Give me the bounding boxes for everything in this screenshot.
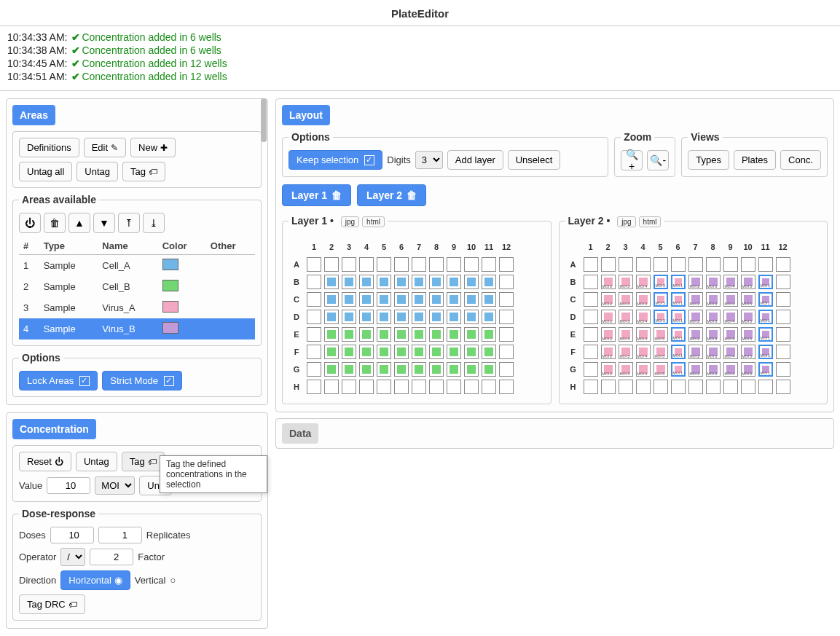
power-button[interactable]: ⏻	[19, 213, 41, 233]
definitions-button[interactable]: Definitions	[19, 138, 79, 157]
keep-selection-toggle[interactable]: Keep selection	[288, 150, 382, 170]
well[interactable]: MOI 4	[636, 275, 651, 289]
well[interactable]	[584, 380, 598, 394]
well[interactable]	[377, 275, 391, 289]
plate-2-grid[interactable]: 123456789101112ABMOI 2MOI 3MOI 4MOI 5MOI…	[565, 239, 822, 395]
well[interactable]	[324, 292, 339, 307]
well[interactable]	[412, 380, 426, 394]
well[interactable]: MOI 3	[706, 292, 721, 307]
well[interactable]	[706, 380, 721, 394]
tab-layer-1[interactable]: Layer 1🗑	[282, 184, 351, 206]
tab-layer-2[interactable]: Layer 2🗑	[357, 184, 426, 206]
plate-1-grid[interactable]: 123456789101112ABCDEFGH	[288, 239, 545, 395]
well[interactable]	[394, 310, 409, 324]
well[interactable]	[464, 380, 479, 394]
well[interactable]: MOI 2	[601, 362, 616, 377]
well[interactable]	[688, 380, 703, 394]
table-row[interactable]: 3SampleVirus_A	[19, 297, 255, 318]
well[interactable]: MOI 4	[723, 292, 738, 307]
well[interactable]	[342, 292, 356, 307]
well[interactable]	[482, 310, 496, 324]
well[interactable]	[377, 327, 391, 342]
well[interactable]	[584, 362, 598, 377]
well[interactable]	[499, 362, 514, 377]
well[interactable]	[359, 362, 374, 377]
well[interactable]	[482, 257, 496, 272]
well[interactable]	[706, 257, 721, 272]
well[interactable]	[447, 380, 461, 394]
well[interactable]: MOI 1	[758, 310, 773, 324]
well[interactable]: MOI 1	[671, 362, 686, 377]
well[interactable]	[447, 362, 461, 377]
well[interactable]: MOI 2	[601, 345, 616, 359]
well[interactable]: MOI 2	[601, 292, 616, 307]
well[interactable]	[342, 380, 356, 394]
well[interactable]	[394, 380, 409, 394]
well[interactable]	[359, 380, 374, 394]
well[interactable]: MOI 3	[619, 275, 633, 289]
well[interactable]: MOI 3	[706, 310, 721, 324]
plate-2-html-button[interactable]: html	[639, 216, 662, 227]
well[interactable]: MOI 1	[758, 292, 773, 307]
plate-1-html-button[interactable]: html	[362, 216, 385, 227]
well[interactable]: MOI 5	[741, 310, 755, 324]
well[interactable]: MOI 5	[653, 292, 668, 307]
well[interactable]	[499, 292, 514, 307]
well[interactable]: MOI 5	[741, 362, 755, 377]
well[interactable]	[584, 327, 598, 342]
well[interactable]	[776, 380, 790, 394]
well[interactable]: MOI 4	[723, 362, 738, 377]
well[interactable]	[412, 362, 426, 377]
untag-all-button[interactable]: Untag all	[19, 162, 72, 181]
data-header[interactable]: Data	[282, 423, 318, 444]
well[interactable]	[758, 380, 773, 394]
strict-mode-toggle[interactable]: Strict Mode	[102, 371, 182, 390]
new-button[interactable]: New✚	[130, 138, 176, 157]
well[interactable]	[482, 380, 496, 394]
well[interactable]	[394, 292, 409, 307]
well[interactable]	[342, 275, 356, 289]
well[interactable]	[584, 257, 598, 272]
well[interactable]	[447, 345, 461, 359]
well[interactable]	[499, 257, 514, 272]
well[interactable]	[447, 292, 461, 307]
well[interactable]	[429, 380, 444, 394]
well[interactable]	[342, 362, 356, 377]
unit-select[interactable]: MOI	[95, 476, 135, 495]
well[interactable]	[482, 275, 496, 289]
well[interactable]: MOI 3	[706, 275, 721, 289]
replicates-input[interactable]	[98, 527, 142, 543]
well[interactable]: MOI 2	[688, 345, 703, 359]
lock-areas-toggle[interactable]: Lock Areas	[19, 371, 98, 390]
well[interactable]	[499, 380, 514, 394]
unselect-button[interactable]: Unselect	[508, 150, 561, 170]
well[interactable]: MOI 4	[636, 345, 651, 359]
well[interactable]: MOI 5	[741, 327, 755, 342]
well[interactable]	[584, 275, 598, 289]
well[interactable]	[394, 362, 409, 377]
well[interactable]	[324, 310, 339, 324]
well[interactable]	[499, 327, 514, 342]
move-up-button[interactable]: ▲	[68, 213, 90, 233]
well[interactable]	[776, 275, 790, 289]
well[interactable]	[412, 310, 426, 324]
well[interactable]: MOI 5	[653, 275, 668, 289]
well[interactable]: MOI 4	[636, 310, 651, 324]
well[interactable]	[307, 380, 321, 394]
view-types-button[interactable]: Types	[688, 150, 729, 170]
well[interactable]: MOI 5	[741, 292, 755, 307]
plate-1-jpg-button[interactable]: jpg	[341, 216, 359, 227]
table-row[interactable]: 1SampleCell_A	[19, 255, 255, 277]
well[interactable]: MOI 4	[636, 327, 651, 342]
well[interactable]	[324, 362, 339, 377]
well[interactable]	[447, 257, 461, 272]
well[interactable]	[671, 380, 686, 394]
well[interactable]	[464, 292, 479, 307]
well[interactable]: MOI 4	[723, 345, 738, 359]
well[interactable]	[619, 380, 633, 394]
well[interactable]	[359, 257, 374, 272]
well[interactable]	[584, 345, 598, 359]
well[interactable]: MOI 1	[671, 310, 686, 324]
well[interactable]	[307, 275, 321, 289]
add-layer-button[interactable]: Add layer	[447, 150, 503, 170]
